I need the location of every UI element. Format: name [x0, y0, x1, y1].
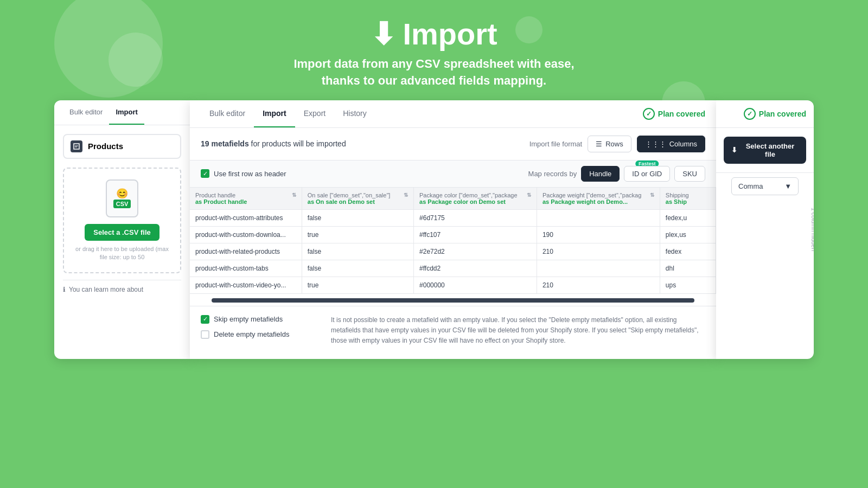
bottom-checkbox-group: ✓ Skip empty metafields Delete empty met… [201, 315, 320, 339]
col-bottom-0: as Product handle [195, 198, 247, 205]
bottom-section: ✓ Skip empty metafields Delete empty met… [190, 306, 716, 359]
sort-icon-2: ⇅ [527, 192, 531, 198]
horizontal-scrollbar[interactable] [212, 298, 694, 303]
col-top-0: Product handle [195, 192, 247, 198]
chevron-down-icon: ▼ [784, 182, 792, 190]
main-panel: Bulk editor Import Export History ✓ Plan… [190, 100, 716, 359]
col-top-2: Package color ["demo_set","package [419, 192, 518, 198]
cell-3-4: dhl [660, 260, 716, 277]
left-panel-tabs: Bulk editor Import [54, 100, 190, 125]
products-icon [71, 140, 82, 152]
cell-2-3: 210 [537, 243, 660, 260]
format-rows-btn[interactable]: ☰ Rows [588, 136, 631, 152]
info-icon: ℹ [63, 286, 66, 293]
use-first-row-label: Use first row as header [214, 170, 286, 178]
columns-icon: ⋮⋮⋮ [645, 140, 666, 148]
cell-2-4: fedex [660, 243, 716, 260]
col-header-0[interactable]: Product handle as Product handle ⇅ [190, 188, 302, 210]
products-item[interactable]: Products [63, 134, 181, 159]
import-table-wrapper[interactable]: Product handle as Product handle ⇅ On sa… [190, 188, 716, 306]
cell-4-0: product-with-custom-video-yo... [190, 277, 302, 293]
plan-covered-badge-main: ✓ Plan covered [643, 108, 705, 120]
import-count-text: 19 metafields for products will be impor… [201, 139, 346, 148]
check-circle-icon-right: ✓ [744, 108, 756, 120]
comma-select[interactable]: Comma ▼ [731, 177, 799, 195]
col-bottom-4: as Ship [666, 198, 689, 205]
upload-hint: or drag it here to be uploaded (max file… [73, 245, 171, 262]
plan-covered-badge-right: ✓ Plan covered [744, 108, 806, 120]
col-header-1[interactable]: On sale ["demo_set","on_sale"] as On sal… [302, 188, 413, 210]
h-scrollbar-wrapper[interactable] [190, 294, 716, 306]
delete-empty-row: Delete empty metafields [201, 330, 320, 339]
cell-4-2: #000000 [414, 277, 537, 293]
col-top-3: Package weight ["demo_set","packag [542, 192, 641, 198]
cell-4-3: 210 [537, 277, 660, 293]
cell-0-0: product-with-custom-attributes [190, 209, 302, 226]
products-label: Products [88, 142, 123, 151]
map-id-gid-wrapper: Fastest ID or GID [624, 166, 670, 182]
bottom-checkboxes: ✓ Skip empty metafields Delete empty met… [201, 315, 705, 346]
left-panel-content: Products 😊 CSV Select a .CSV file or dra… [54, 125, 190, 308]
download-icon: ⬇ [371, 16, 396, 52]
skip-empty-checkbox[interactable]: ✓ [201, 315, 209, 324]
cell-3-0: product-with-custom-tabs [190, 260, 302, 277]
cell-1-3: 190 [537, 226, 660, 243]
main-panel-tabs: Bulk editor Import Export History ✓ Plan… [190, 100, 716, 128]
plan-covered-right-label: Plan covered [759, 110, 806, 118]
col-top-1: On sale ["demo_set","on_sale"] [308, 192, 391, 198]
import-header: 19 metafields for products will be impor… [190, 128, 716, 160]
select-csv-button[interactable]: Select a .CSV file [85, 224, 159, 241]
table-row: product-with-related-products false #2e7… [190, 243, 716, 260]
download-icon-small: ⬇ [731, 146, 737, 154]
import-format-label: Import file format [529, 140, 583, 148]
select-another-file-btn[interactable]: ⬇ Select another file [724, 137, 806, 164]
cell-2-1: false [302, 243, 413, 260]
cell-1-0: product-with-custom-downloa... [190, 226, 302, 243]
col-hidden-label: 1 column hidden [809, 204, 814, 255]
left-tab-bulk-editor[interactable]: Bulk editor [63, 100, 109, 125]
cell-2-0: product-with-related-products [190, 243, 302, 260]
main-tab-export[interactable]: Export [295, 100, 334, 127]
sort-icon-3: ⇅ [650, 192, 654, 198]
main-tab-bulk-editor[interactable]: Bulk editor [201, 100, 254, 127]
cell-1-1: true [302, 226, 413, 243]
col-bottom-1: as On sale on Demo set [308, 198, 391, 205]
right-panel-header: ✓ Plan covered [716, 100, 814, 128]
use-first-row-checkbox[interactable]: ✓ [201, 169, 209, 178]
mapping-header: ✓ Use first row as header Map records by… [190, 160, 716, 188]
map-sku-btn[interactable]: SKU [674, 166, 705, 182]
import-format-area: Import file format ☰ Rows ⋮⋮⋮ Columns [529, 136, 705, 152]
delete-empty-label: Delete empty metafields [214, 330, 289, 338]
csv-file-icon: 😊 CSV [106, 179, 138, 217]
csv-upload-area: 😊 CSV Select a .CSV file or drag it here… [63, 168, 181, 274]
main-content: Bulk editor Import Products 😊 CSV [0, 100, 868, 359]
cell-4-1: true [302, 277, 413, 293]
map-handle-btn[interactable]: Handle [581, 166, 620, 182]
skip-empty-row: ✓ Skip empty metafields [201, 315, 320, 324]
col-bottom-2: as Package color on Demo set [419, 198, 518, 205]
comma-select-wrapper: Comma ▼ [716, 172, 814, 200]
col-header-4[interactable]: Shipping as Ship [660, 188, 716, 210]
main-tab-history[interactable]: History [334, 100, 375, 127]
cell-0-4: fedex,u [660, 209, 716, 226]
table-row: product-with-custom-attributes false #6d… [190, 209, 716, 226]
col-header-2[interactable]: Package color ["demo_set","package as Pa… [414, 188, 537, 210]
cell-3-3 [537, 260, 660, 277]
col-header-3[interactable]: Package weight ["demo_set","packag as Pa… [537, 188, 660, 210]
rows-icon: ☰ [596, 140, 602, 148]
comma-label: Comma [738, 182, 763, 190]
cell-0-3 [537, 209, 660, 226]
left-tab-import[interactable]: Import [109, 100, 144, 125]
main-tab-import[interactable]: Import [254, 100, 295, 127]
table-row: product-with-custom-video-yo... true #00… [190, 277, 716, 293]
table-row: product-with-custom-downloa... true #ffc… [190, 226, 716, 243]
import-table: Product handle as Product handle ⇅ On sa… [190, 188, 716, 294]
delete-empty-checkbox[interactable] [201, 330, 209, 339]
learn-more: ℹ You can learn more about [63, 280, 181, 299]
format-columns-btn[interactable]: ⋮⋮⋮ Columns [637, 136, 705, 152]
map-id-gid-btn[interactable]: ID or GID [624, 166, 670, 182]
bottom-info-text: It is not possible to create a metafield… [331, 315, 705, 346]
col-top-4: Shipping [666, 192, 689, 198]
cell-3-1: false [302, 260, 413, 277]
bg-decoration-2 [108, 33, 163, 87]
